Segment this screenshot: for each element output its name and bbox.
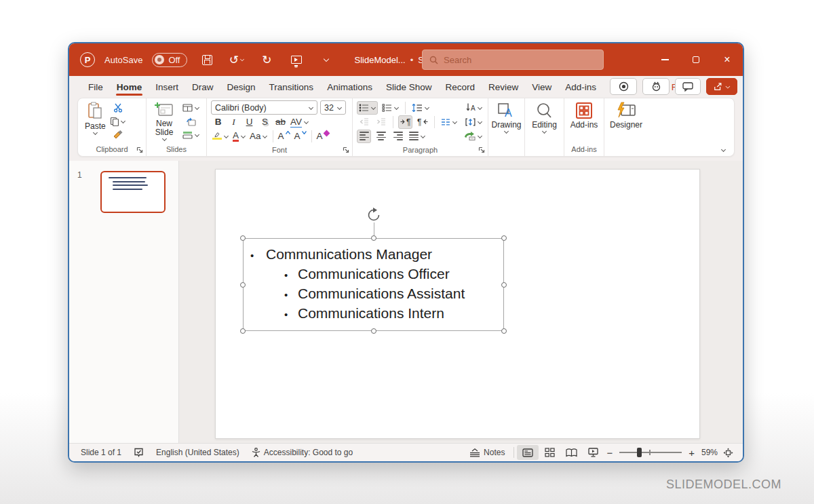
bullet-item[interactable]: • Communications Officer: [244, 264, 503, 284]
undo-button[interactable]: ↺: [227, 50, 247, 70]
bold-button[interactable]: B: [211, 115, 225, 129]
zoom-slider-thumb[interactable]: [637, 448, 642, 457]
slide-count[interactable]: Slide 1 of 1: [75, 444, 128, 461]
slideshow-view-button[interactable]: [582, 445, 604, 460]
resize-handle-top-right[interactable]: [501, 235, 507, 241]
tab-transitions[interactable]: Transitions: [263, 78, 321, 97]
tab-record[interactable]: Record: [438, 78, 482, 97]
font-name-combo[interactable]: Calibri (Body): [211, 100, 317, 115]
tab-draw[interactable]: Draw: [185, 78, 220, 97]
language-button[interactable]: English (United States): [150, 444, 246, 461]
maximize-button[interactable]: [680, 43, 712, 76]
character-spacing-button[interactable]: AV: [289, 115, 310, 129]
rtl-text-direction-button[interactable]: ¶: [415, 115, 429, 129]
autosave-toggle[interactable]: Off: [152, 53, 187, 67]
text-highlight-button[interactable]: [211, 130, 230, 143]
align-right-button[interactable]: [391, 130, 405, 143]
powerpoint-logo-icon[interactable]: P: [80, 52, 95, 67]
paragraph-dialog-launcher[interactable]: [478, 147, 485, 153]
fit-to-window-button[interactable]: [722, 444, 737, 461]
redo-button[interactable]: ↻: [256, 50, 277, 70]
start-slideshow-button[interactable]: [286, 50, 307, 70]
normal-view-button[interactable]: [517, 445, 539, 460]
spell-check-button[interactable]: [128, 444, 150, 461]
section-button[interactable]: [181, 128, 201, 142]
increase-font-size-button[interactable]: A: [277, 130, 292, 143]
new-slide-button[interactable]: New Slide: [151, 100, 178, 142]
tab-add-ins[interactable]: Add-ins: [558, 78, 603, 97]
strikethrough-button[interactable]: ab: [273, 115, 288, 129]
reset-slide-button[interactable]: [181, 115, 201, 128]
presenter-coach-button[interactable]: [642, 78, 670, 95]
increase-indent-button[interactable]: [374, 115, 388, 129]
format-painter-button[interactable]: [109, 128, 128, 142]
selected-text-box[interactable]: • Communications Manager • Communication…: [243, 238, 504, 331]
align-left-button[interactable]: [357, 130, 371, 143]
drawing-button[interactable]: A Drawing: [491, 100, 521, 142]
slide-canvas[interactable]: • Communications Manager • Communication…: [215, 169, 700, 439]
clipboard-dialog-launcher[interactable]: [136, 147, 143, 153]
zoom-out-button[interactable]: −: [604, 447, 615, 459]
decrease-font-size-button[interactable]: A: [293, 130, 308, 143]
clear-formatting-button[interactable]: A: [315, 130, 330, 143]
resize-handle-top-center[interactable]: [371, 235, 376, 241]
rotation-handle[interactable]: [366, 207, 382, 223]
ltr-text-direction-button[interactable]: ¶: [398, 115, 412, 129]
text-direction-button[interactable]: A: [465, 101, 484, 115]
resize-handle-top-left[interactable]: [240, 235, 246, 241]
slide-layout-button[interactable]: [181, 101, 201, 115]
resize-handle-bottom-center[interactable]: [371, 328, 376, 334]
resize-handle-middle-left[interactable]: [240, 282, 246, 288]
record-button[interactable]: [610, 78, 637, 95]
share-button[interactable]: [706, 78, 737, 95]
convert-to-smartart-button[interactable]: [463, 130, 484, 143]
tab-slide-show[interactable]: Slide Show: [379, 78, 439, 97]
resize-handle-bottom-left[interactable]: [240, 328, 246, 334]
minimize-button[interactable]: [649, 43, 680, 76]
search-input[interactable]: Search: [422, 50, 604, 70]
align-center-button[interactable]: [374, 130, 388, 143]
collapse-ribbon-button[interactable]: [720, 148, 726, 152]
tab-review[interactable]: Review: [482, 78, 525, 97]
slide-sorter-view-button[interactable]: [539, 445, 560, 460]
tab-view[interactable]: View: [525, 78, 558, 97]
font-color-button[interactable]: A: [231, 130, 247, 143]
notes-button[interactable]: Notes: [463, 444, 511, 461]
change-case-button[interactable]: Aa: [248, 130, 269, 143]
save-button[interactable]: [197, 50, 217, 70]
quick-access-overflow-button[interactable]: [316, 50, 336, 70]
columns-button[interactable]: [440, 115, 459, 129]
line-spacing-button[interactable]: [410, 101, 431, 115]
tab-insert[interactable]: Insert: [149, 78, 185, 97]
justify-button[interactable]: [408, 130, 427, 143]
editing-button[interactable]: Editing: [532, 100, 557, 142]
underline-button[interactable]: U: [242, 115, 256, 129]
bullet-item[interactable]: • Communications Intern: [244, 303, 503, 323]
cut-button[interactable]: [109, 101, 128, 115]
align-text-button[interactable]: [464, 115, 484, 129]
copy-button[interactable]: [109, 115, 128, 128]
resize-handle-bottom-right[interactable]: [501, 328, 507, 334]
designer-button[interactable]: Designer: [610, 100, 642, 142]
zoom-level[interactable]: 59%: [697, 444, 722, 461]
numbering-button[interactable]: [381, 101, 400, 115]
font-size-combo[interactable]: 32: [320, 100, 346, 115]
zoom-slider[interactable]: [619, 452, 682, 453]
tab-file[interactable]: File: [81, 78, 110, 97]
zoom-in-button[interactable]: +: [686, 447, 697, 459]
font-dialog-launcher[interactable]: [343, 147, 349, 153]
reading-view-button[interactable]: [560, 445, 582, 460]
italic-button[interactable]: I: [227, 115, 241, 129]
tab-animations[interactable]: Animations: [320, 78, 379, 97]
slide-thumbnail[interactable]: [100, 171, 166, 213]
bullet-item[interactable]: • Communications Assistant: [244, 284, 503, 303]
add-ins-button[interactable]: Add-ins: [570, 100, 598, 142]
resize-handle-middle-right[interactable]: [501, 282, 507, 288]
close-button[interactable]: ×: [712, 43, 743, 76]
accessibility-button[interactable]: Accessibility: Good to go: [246, 444, 359, 461]
bullets-button[interactable]: [357, 101, 378, 115]
comments-button[interactable]: [675, 78, 701, 95]
tab-design[interactable]: Design: [220, 78, 263, 97]
tab-home[interactable]: Home: [110, 78, 149, 97]
bullet-item[interactable]: • Communications Manager: [244, 244, 503, 264]
